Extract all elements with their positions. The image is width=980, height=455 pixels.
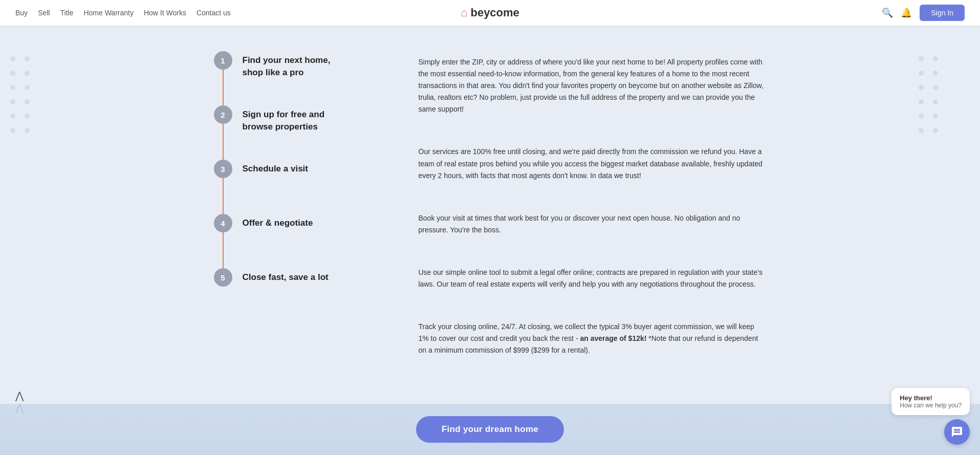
desc-3: Book your visit at times that work best … xyxy=(419,207,767,262)
step-5-title: Close fast, save a lot xyxy=(243,271,329,284)
chat-icon xyxy=(951,426,963,438)
step-3-left: 3 xyxy=(214,160,232,214)
step-1: 1 Find your next home,shop like a pro xyxy=(214,51,388,105)
step-2-content: Sign up for free andbrowse properties xyxy=(243,105,325,154)
chat-widget: Hey there! How can we help you? xyxy=(891,388,970,445)
cta-section: Find your dream home xyxy=(0,404,980,455)
step-3-content: Schedule a visit xyxy=(243,160,309,196)
bold-amount: an average of $12k! xyxy=(580,334,646,342)
nav-contact[interactable]: Contact us xyxy=(197,9,231,17)
steps-wrapper: 1 Find your next home,shop like a pro 2 … xyxy=(193,41,787,392)
step-5-circle: 5 xyxy=(214,268,232,287)
house-icon: ⌂ xyxy=(461,6,467,19)
step-1-title: Find your next home,shop like a pro xyxy=(243,54,331,79)
descriptions-list: Simply enter the ZIP, city or address of… xyxy=(419,51,767,382)
step-1-left: 1 xyxy=(214,51,232,105)
navbar: Buy Sell Title Home Warranty How It Work… xyxy=(0,0,980,26)
find-dream-home-button[interactable]: Find your dream home xyxy=(416,416,564,443)
nav-warranty[interactable]: Home Warranty xyxy=(83,9,134,17)
search-icon[interactable]: 🔍 xyxy=(882,7,893,18)
bell-icon[interactable]: 🔔 xyxy=(901,7,912,18)
step-2-title: Sign up for free andbrowse properties xyxy=(243,109,325,133)
nav-right: 🔍 🔔 Sign In xyxy=(882,5,965,21)
step-4-left: 4 xyxy=(214,214,232,268)
step-1-circle: 1 xyxy=(214,51,232,70)
chat-sub: How can we help you? xyxy=(900,402,962,409)
bg-dots-left xyxy=(0,26,72,164)
logo[interactable]: ⌂ beycome xyxy=(461,6,519,19)
step-2-left: 2 xyxy=(214,105,232,160)
nav-title[interactable]: Title xyxy=(60,9,73,17)
step-4: 4 Offer & negotiate xyxy=(214,214,388,268)
step-1-content: Find your next home,shop like a pro xyxy=(243,51,331,99)
step-5: 5 Close fast, save a lot xyxy=(214,268,388,304)
step-2: 2 Sign up for free andbrowse properties xyxy=(214,105,388,160)
step-3-title: Schedule a visit xyxy=(243,163,309,175)
desc-5: Track your closing online, 24/7. At clos… xyxy=(419,316,767,382)
step-3: 3 Schedule a visit xyxy=(214,160,388,214)
step-2-circle: 2 xyxy=(214,105,232,124)
step-3-line xyxy=(223,178,224,214)
desc-1: Simply enter the ZIP, city or address of… xyxy=(419,51,767,141)
logo-text: beycome xyxy=(470,6,519,19)
sign-in-button[interactable]: Sign In xyxy=(920,5,965,21)
step-4-title: Offer & negotiate xyxy=(243,217,313,229)
nav-how[interactable]: How It Works xyxy=(144,9,186,17)
main-content: 1 Find your next home,shop like a pro 2 … xyxy=(183,26,797,453)
desc-2: Our services are 100% free until closing… xyxy=(419,141,767,207)
step-5-content: Close fast, save a lot xyxy=(243,268,329,304)
step-4-line xyxy=(223,232,224,268)
step-4-circle: 4 xyxy=(214,214,232,232)
nav-sell[interactable]: Sell xyxy=(38,9,50,17)
steps-list: 1 Find your next home,shop like a pro 2 … xyxy=(214,51,388,382)
step-2-line xyxy=(223,124,224,160)
bg-dots-right xyxy=(908,26,980,164)
nav-buy[interactable]: Buy xyxy=(15,9,28,17)
step-1-line xyxy=(223,70,224,105)
nav-links: Buy Sell Title Home Warranty How It Work… xyxy=(15,9,231,17)
step-3-circle: 3 xyxy=(214,160,232,178)
step-4-content: Offer & negotiate xyxy=(243,214,313,250)
desc-4: Use our simple online tool to submit a l… xyxy=(419,262,767,316)
chat-icon-button[interactable] xyxy=(944,419,970,445)
step-5-left: 5 xyxy=(214,268,232,287)
chat-hey: Hey there! xyxy=(900,394,962,402)
chat-bubble[interactable]: Hey there! How can we help you? xyxy=(891,388,970,415)
